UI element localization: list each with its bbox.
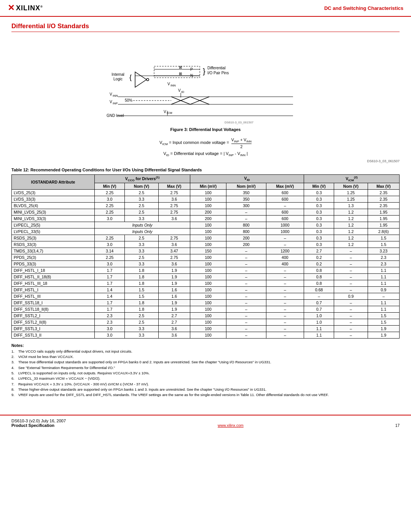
- cell-iostandard: MINI_LVDS_25(3): [12, 209, 95, 215]
- table-row: DIFF_HSTL_I1.41.51.6100––0.68–0.9: [12, 286, 400, 293]
- table-cell: 2.75: [158, 189, 190, 196]
- table-cell: 2.35: [368, 202, 399, 209]
- table-cell: 3.6: [158, 325, 190, 332]
- table-cell: 3.3: [125, 260, 158, 267]
- table-cell: 100: [190, 228, 226, 235]
- table-cell: 0.3: [304, 209, 334, 215]
- col-group-vcco: VCCO for Drivers(1): [95, 175, 190, 183]
- svg-text:Logic: Logic: [113, 77, 123, 81]
- cell-iostandard: LVPECL_25(5): [12, 222, 95, 228]
- table-row: DIFF_HSTL_III1.41.51.6100–––0.9–: [12, 293, 400, 299]
- col-vcco-max: Max (V): [158, 183, 190, 189]
- table-cell: 1.7: [95, 280, 125, 286]
- table-cell: –: [266, 280, 304, 286]
- svg-text:N: N: [190, 73, 193, 78]
- table-cell: 1.25: [334, 189, 368, 196]
- table-cell: 1.7: [95, 273, 125, 280]
- cell-iostandard: DIFF_SSTL18_I: [12, 299, 95, 306]
- table-cell: –: [334, 260, 368, 267]
- xilinx-logo: ✕ XILINX®: [8, 3, 43, 13]
- note-number: 9.: [11, 392, 17, 397]
- svg-text:}: }: [203, 67, 206, 75]
- notes-list: 1.The VCCO rails supply only differentia…: [11, 349, 400, 398]
- table-cell: –: [266, 293, 304, 299]
- table-cell: 1.0: [304, 312, 334, 319]
- col-vid-nom: Nom (mV): [226, 183, 266, 189]
- col-vicm-nom: Nom (V): [334, 183, 368, 189]
- table-cell: 3.47: [158, 248, 190, 254]
- table-cell: –: [334, 280, 368, 286]
- table-cell: –: [266, 325, 304, 332]
- footer-product-spec: Product Specification: [11, 423, 66, 428]
- note-number: 6.: [11, 376, 17, 381]
- table-cell: 1.25: [334, 196, 368, 202]
- cell-iostandard: PPDS_25(3): [12, 254, 95, 260]
- table-cell: –: [334, 319, 368, 325]
- note-text: VICM must be less than VCCAUX.: [18, 354, 74, 359]
- table-cell: 0.2: [304, 254, 334, 260]
- footer-website[interactable]: www.xilinx.com: [218, 423, 244, 428]
- note-number: 3.: [11, 359, 17, 364]
- cell-iostandard: DIFF_SSTL3_II: [12, 332, 95, 338]
- table-cell: 1.5: [368, 319, 399, 325]
- table-cell: 0.3: [304, 196, 334, 202]
- table-cell: 2.5: [125, 254, 158, 260]
- note-item: 4.See "External Termination Requirements…: [11, 365, 400, 370]
- table-cell: 100: [190, 293, 226, 299]
- table-row: MINI_LVDS_33(3)3.03.33.6200–6000.31.21.9…: [12, 215, 400, 222]
- table-cell: 100: [190, 280, 226, 286]
- table-cell: –: [304, 293, 334, 299]
- table-cell: 1.1: [368, 280, 399, 286]
- table-cell: 3.6: [158, 196, 190, 202]
- table-cell: 1.0: [304, 319, 334, 325]
- table-cell: 2.5: [125, 319, 158, 325]
- table-row: RSDS_25(3)2.252.52.75100200–0.31.21.5: [12, 235, 400, 241]
- table-cell: –: [266, 299, 304, 306]
- svg-text:Internal: Internal: [112, 72, 124, 77]
- table-cell: 3.6: [158, 215, 190, 222]
- cell-iostandard: BLVDS_25(4): [12, 202, 95, 209]
- table-cell: 100: [190, 273, 226, 280]
- table-cell: 1.5: [125, 293, 158, 299]
- svg-text:INP: INP: [113, 102, 118, 105]
- table-cell: 1.1: [304, 325, 334, 332]
- table-cell: 2.7: [158, 319, 190, 325]
- table-cell: –: [226, 332, 266, 338]
- table-cell: 0.8: [304, 273, 334, 280]
- table-cell: 3.3: [125, 248, 158, 254]
- svg-text:P: P: [190, 67, 193, 72]
- col-group-vid: VID: [190, 175, 304, 183]
- table-cell: –: [266, 332, 304, 338]
- table-cell: –: [266, 312, 304, 319]
- table-cell: 1.5: [368, 241, 399, 248]
- note-number: 1.: [11, 349, 17, 354]
- footer-doc-id: DS610-3 (v2.0) July 16, 2007: [11, 419, 66, 423]
- table-cell: 3.14: [95, 248, 125, 254]
- header-title: DC and Switching Characteristics: [324, 5, 403, 11]
- footer-left: DS610-3 (v2.0) July 16, 2007 Product Spe…: [11, 419, 66, 428]
- table-cell: 1.9: [158, 299, 190, 306]
- table-cell: 2.5: [125, 189, 158, 196]
- col-vcco-min: Min (V): [95, 183, 125, 189]
- table-cell: 800: [226, 228, 266, 235]
- note-item: 8.These higher-drive output standards ar…: [11, 387, 400, 392]
- table-cell: 2.25: [95, 189, 125, 196]
- table-cell: 0.3: [304, 222, 334, 228]
- note-text: LVPECL is supported on inputs only, not …: [18, 371, 150, 375]
- table-cell: 1.7: [95, 306, 125, 312]
- table-cell: 200: [190, 209, 226, 215]
- table-cell: 100: [190, 319, 226, 325]
- cell-iostandard: MINI_LVDS_33(3): [12, 215, 95, 222]
- table-cell: 1.8: [125, 273, 158, 280]
- table-cell: 100: [190, 196, 226, 202]
- table-cell: 1.95: [368, 209, 399, 215]
- table-cell: 2.25: [95, 202, 125, 209]
- col-iostandard: IOSTANDARD Attribute: [12, 175, 95, 190]
- svg-text:I/O Pair Pins: I/O Pair Pins: [207, 71, 229, 75]
- note-text: The VCCO rails supply only differential …: [18, 349, 132, 354]
- table-cell: 2.8(6): [368, 228, 399, 235]
- table-cell: 350: [226, 189, 266, 196]
- table-cell: 2.3: [95, 312, 125, 319]
- footer-page: 17: [395, 423, 400, 428]
- table-cell: 2.7: [158, 312, 190, 319]
